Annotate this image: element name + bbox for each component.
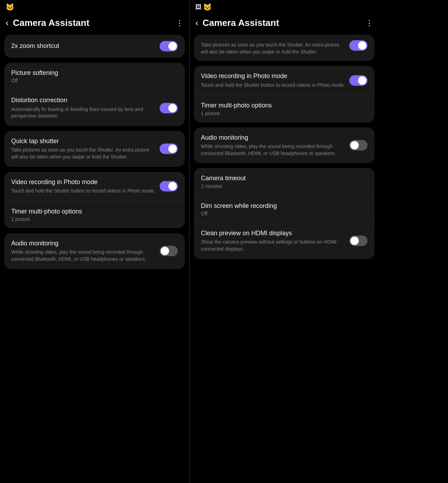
right-audio-monitoring-desc: While shooting video, play the sound bei… — [201, 143, 345, 157]
picture-softening-value: Off — [11, 78, 174, 83]
right-video-recording-toggle[interactable] — [349, 75, 368, 86]
cat-icon-right: 🐱 — [203, 3, 212, 11]
setting-right-video-recording[interactable]: Video recording in Photo mode Touch and … — [194, 66, 374, 95]
left-menu-button[interactable]: ⋮ — [176, 19, 183, 28]
audio-monitoring-left-desc: While shooting video, play the sound bei… — [11, 249, 155, 262]
right-audio-monitoring-toggle[interactable] — [349, 140, 368, 150]
card-camera-timeout: Camera timeout 2 minutes Dim screen whil… — [194, 168, 374, 259]
zoom-shortcut-title: 2x zoom shortcut — [11, 42, 155, 50]
setting-right-audio-monitoring[interactable]: Audio monitoring While shooting video, p… — [194, 127, 374, 163]
timer-multi-photo-title: Timer multi-photo options — [11, 208, 174, 216]
distortion-correction-desc: Automatically fix bowing or bending line… — [11, 106, 155, 120]
card-picture-distortion: Picture softening Off Distortion correct… — [4, 63, 185, 126]
card-audio-monitoring-left: Audio monitoring While shooting video, p… — [4, 233, 185, 269]
right-panel: 🖼 🐱 ‹ Camera Assistant ⋮ Take pictures a… — [190, 0, 379, 483]
camera-timeout-title: Camera timeout — [201, 174, 363, 182]
left-header: ‹ Camera Assistant ⋮ — [4, 14, 185, 35]
picture-softening-title: Picture softening — [11, 69, 174, 77]
setting-dim-screen[interactable]: Dim screen while recording Off — [194, 196, 374, 223]
zoom-shortcut-toggle[interactable] — [160, 41, 178, 51]
clean-preview-title: Clean preview on HDMI displays — [201, 229, 345, 237]
quick-tap-shutter-desc: Take pictures as soon as you touch the S… — [11, 147, 155, 160]
setting-zoom-shortcut[interactable]: 2x zoom shortcut — [4, 35, 185, 58]
card-quick-tap-shutter: Quick tap shutter Take pictures as soon … — [4, 131, 185, 167]
image-icon: 🖼 — [195, 4, 202, 11]
dim-screen-title: Dim screen while recording — [201, 202, 363, 210]
right-video-recording-desc: Touch and hold the Shutter button to rec… — [201, 82, 345, 89]
partial-quick-tap-desc: Take pictures as soon as you touch the S… — [201, 42, 345, 55]
right-video-recording-title: Video recording in Photo mode — [201, 72, 345, 80]
right-timer-multi-photo-title: Timer multi-photo options — [201, 102, 363, 110]
partial-card-quick-tap: Take pictures as soon as you touch the S… — [194, 35, 374, 61]
cat-icon: 🐱 — [6, 3, 14, 11]
right-menu-button[interactable]: ⋮ — [365, 19, 373, 28]
right-status-bar: 🖼 🐱 — [194, 0, 374, 14]
right-header: ‹ Camera Assistant ⋮ — [194, 14, 374, 35]
setting-video-recording[interactable]: Video recording in Photo mode Touch and … — [4, 172, 185, 201]
card-zoom-shortcut: 2x zoom shortcut — [4, 35, 185, 58]
card-right-audio-monitoring: Audio monitoring While shooting video, p… — [194, 127, 374, 163]
setting-camera-timeout[interactable]: Camera timeout 2 minutes — [194, 168, 374, 195]
quick-tap-shutter-title: Quick tap shutter — [11, 137, 155, 145]
camera-timeout-value: 2 minutes — [201, 183, 363, 189]
quick-tap-shutter-toggle[interactable] — [160, 144, 178, 154]
dim-screen-value: Off — [201, 211, 363, 216]
video-recording-toggle[interactable] — [160, 181, 178, 191]
right-back-button[interactable]: ‹ — [195, 18, 198, 28]
setting-quick-tap-shutter[interactable]: Quick tap shutter Take pictures as soon … — [4, 131, 185, 167]
clean-preview-desc: Show the camera preview without settings… — [201, 239, 345, 252]
right-page-title: Camera Assistant — [203, 18, 365, 28]
distortion-correction-title: Distortion correction — [11, 96, 155, 104]
setting-right-timer-multi-photo[interactable]: Timer multi-photo options 1 picture — [194, 95, 374, 122]
left-status-bar: 🐱 — [4, 0, 185, 14]
partial-quick-tap-toggle[interactable] — [349, 40, 368, 51]
setting-distortion-correction[interactable]: Distortion correction Automatically fix … — [4, 90, 185, 126]
audio-monitoring-left-title: Audio monitoring — [11, 239, 155, 247]
timer-multi-photo-value: 1 picture — [11, 216, 174, 222]
card-video-timer: Video recording in Photo mode Touch and … — [4, 172, 185, 228]
left-back-button[interactable]: ‹ — [6, 18, 9, 28]
clean-preview-toggle[interactable] — [349, 236, 368, 246]
distortion-correction-toggle[interactable] — [160, 103, 178, 113]
audio-monitoring-left-toggle[interactable] — [160, 246, 178, 256]
setting-clean-preview[interactable]: Clean preview on HDMI displays Show the … — [194, 223, 374, 259]
card-right-video-timer: Video recording in Photo mode Touch and … — [194, 66, 374, 122]
left-panel: 🐱 ‹ Camera Assistant ⋮ 2x zoom shortcut … — [0, 0, 189, 483]
setting-audio-monitoring-left[interactable]: Audio monitoring While shooting video, p… — [4, 233, 185, 269]
left-page-title: Camera Assistant — [13, 18, 176, 28]
setting-picture-softening[interactable]: Picture softening Off — [4, 63, 185, 90]
setting-timer-multi-photo[interactable]: Timer multi-photo options 1 picture — [4, 201, 185, 228]
video-recording-desc: Touch and hold the Shutter button to rec… — [11, 188, 155, 195]
right-audio-monitoring-title: Audio monitoring — [201, 134, 345, 142]
video-recording-title: Video recording in Photo mode — [11, 178, 155, 186]
right-timer-multi-photo-value: 1 picture — [201, 111, 363, 116]
toggle-thumb — [168, 42, 177, 50]
